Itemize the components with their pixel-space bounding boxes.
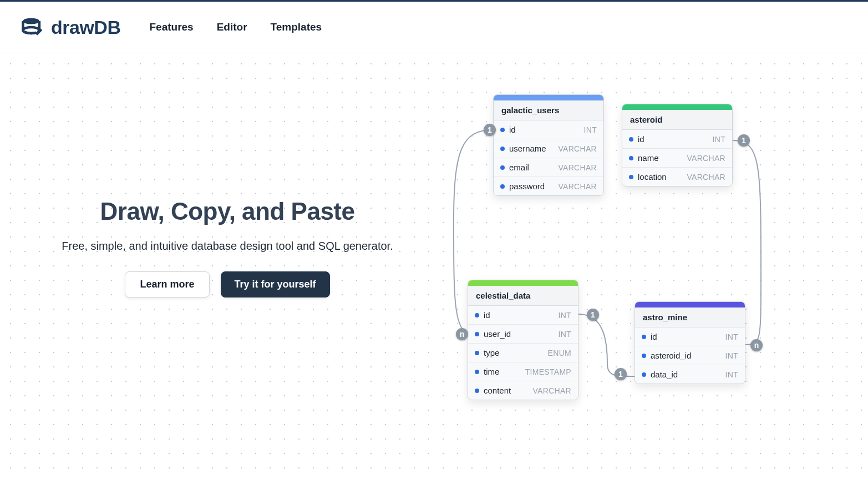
field-type: ENUM — [548, 349, 571, 357]
field-name-text: email — [509, 163, 529, 172]
field-name: data_id — [642, 370, 678, 379]
table-accent — [468, 280, 578, 286]
field-name-text: data_id — [651, 370, 678, 379]
table-accent — [494, 95, 603, 100]
field-dot-icon — [475, 313, 479, 317]
field-dot-icon — [475, 351, 479, 355]
field-dot-icon — [629, 137, 633, 142]
field-type: VARCHAR — [687, 154, 725, 163]
field-dot-icon — [500, 128, 505, 132]
nav-templates[interactable]: Templates — [271, 21, 322, 33]
field-name: content — [475, 386, 511, 395]
table-celestial-data[interactable]: celestial_data idINTuser_idINTtypeENUMti… — [468, 280, 578, 400]
field-dot-icon — [642, 372, 646, 377]
field-dot-icon — [475, 370, 479, 374]
field-name: time — [475, 367, 499, 376]
field-name-text: id — [638, 134, 644, 144]
field-name-text: asteroid_id — [651, 351, 691, 360]
cardinality-badge: 1 — [587, 309, 599, 321]
field-dot-icon — [629, 175, 633, 179]
field-name: id — [475, 310, 490, 320]
canvas[interactable]: Draw, Copy, and Paste Free, simple, and … — [0, 53, 868, 482]
field-name-text: id — [509, 125, 516, 134]
table-field-row[interactable]: idINT — [635, 327, 745, 346]
field-name: location — [629, 172, 667, 182]
table-body: idINTuser_idINTtypeENUMtimeTIMESTAMPcont… — [468, 306, 578, 400]
hero-actions: Learn more Try it for yourself — [50, 271, 405, 298]
field-name-text: password — [509, 182, 545, 191]
table-accent — [622, 104, 732, 110]
table-title: galactic_users — [494, 100, 603, 120]
table-field-row[interactable]: typeENUM — [468, 343, 578, 362]
hero-subtitle: Free, simple, and intuitive database des… — [50, 240, 405, 253]
field-name: name — [629, 153, 659, 163]
field-type: INT — [559, 330, 571, 339]
table-asteroid[interactable]: asteroid idINTnameVARCHARlocationVARCHAR — [622, 104, 733, 186]
nav-editor[interactable]: Editor — [217, 21, 247, 33]
field-name-text: username — [509, 144, 546, 153]
field-dot-icon — [475, 389, 479, 393]
field-name: id — [500, 125, 516, 134]
field-dot-icon — [500, 147, 505, 151]
brand-logo-icon — [20, 15, 44, 39]
table-title: asteroid — [622, 110, 732, 130]
field-type: VARCHAR — [532, 386, 571, 395]
table-title: astro_mine — [635, 307, 745, 327]
table-field-row[interactable]: locationVARCHAR — [622, 167, 732, 186]
field-type: INT — [713, 135, 725, 144]
cardinality-badge: 1 — [484, 124, 496, 136]
brand[interactable]: drawDB — [20, 15, 120, 39]
table-title: celestial_data — [468, 286, 578, 306]
cardinality-badge: n — [456, 328, 468, 340]
nav-features[interactable]: Features — [149, 21, 193, 33]
table-field-row[interactable]: contentVARCHAR — [468, 381, 578, 400]
table-galactic-users[interactable]: galactic_users idINTusernameVARCHARemail… — [493, 94, 604, 196]
table-field-row[interactable]: idINT — [468, 306, 578, 324]
field-name-text: time — [484, 367, 499, 376]
field-name: id — [629, 134, 644, 144]
field-type: VARCHAR — [558, 163, 597, 172]
field-type: INT — [584, 125, 597, 134]
table-field-row[interactable]: idINT — [622, 130, 732, 148]
table-field-row[interactable]: usernameVARCHAR — [494, 139, 603, 158]
field-type: INT — [725, 351, 738, 360]
table-accent — [635, 302, 745, 307]
table-field-row[interactable]: nameVARCHAR — [622, 148, 732, 167]
table-field-row[interactable]: timeTIMESTAMP — [468, 362, 578, 381]
field-name: password — [500, 182, 545, 191]
field-type: INT — [725, 332, 738, 341]
header: drawDB Features Editor Templates — [0, 2, 868, 53]
field-dot-icon — [642, 335, 646, 339]
hero: Draw, Copy, and Paste Free, simple, and … — [50, 198, 405, 298]
cardinality-badge: 1 — [738, 134, 750, 147]
table-body: idINTasteroid_idINTdata_idINT — [635, 327, 745, 384]
table-field-row[interactable]: user_idINT — [468, 324, 578, 343]
table-field-row[interactable]: idINT — [494, 120, 603, 139]
table-astro-mine[interactable]: astro_mine idINTasteroid_idINTdata_idINT — [634, 301, 745, 384]
table-field-row[interactable]: passwordVARCHAR — [494, 177, 603, 195]
field-name: asteroid_id — [642, 351, 691, 360]
field-type: VARCHAR — [558, 144, 597, 153]
field-name-text: id — [651, 332, 657, 341]
field-name: user_id — [475, 329, 511, 339]
field-name: email — [500, 163, 529, 172]
field-type: TIMESTAMP — [525, 367, 571, 376]
field-dot-icon — [500, 165, 505, 170]
nav: Features Editor Templates — [149, 21, 322, 33]
field-dot-icon — [642, 354, 646, 358]
field-dot-icon — [500, 184, 505, 189]
try-it-button[interactable]: Try it for yourself — [221, 271, 330, 298]
table-field-row[interactable]: data_idINT — [635, 365, 745, 384]
field-name-text: name — [638, 153, 659, 163]
field-name-text: type — [484, 348, 499, 357]
field-type: VARCHAR — [558, 182, 597, 191]
table-field-row[interactable]: asteroid_idINT — [635, 346, 745, 365]
field-name-text: location — [638, 172, 667, 182]
field-dot-icon — [475, 332, 479, 336]
cardinality-badge: 1 — [615, 368, 627, 380]
table-body: idINTnameVARCHARlocationVARCHAR — [622, 130, 732, 186]
field-type: INT — [725, 370, 738, 379]
table-field-row[interactable]: emailVARCHAR — [494, 158, 603, 177]
svg-point-0 — [23, 18, 39, 24]
learn-more-button[interactable]: Learn more — [125, 271, 209, 298]
